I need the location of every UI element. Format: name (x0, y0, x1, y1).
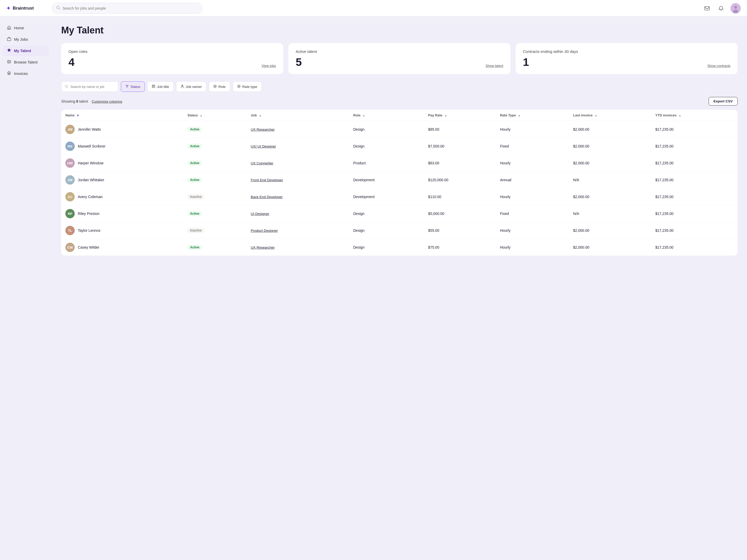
talent-search-bar[interactable] (61, 81, 118, 92)
cell-last-invoice-jordan-whitaker: N/A (569, 171, 651, 188)
cell-name-casey-wilder[interactable]: CW Casey Wilder (61, 239, 183, 256)
talent-name-jennifer-watts: Jennifer Watts (78, 127, 101, 131)
filter-rate-type-button[interactable]: Rate type (233, 81, 262, 92)
showing-count: 8 (76, 99, 78, 103)
filter-job-title-button[interactable]: Job title (147, 81, 174, 92)
filter-status-button[interactable]: Status (121, 81, 145, 92)
filter-status-label: Status (130, 85, 140, 89)
cell-job-maxwell-scribner[interactable]: UX/ UI Designer (247, 138, 349, 155)
table-row: RP Riley Preston Active UI Designer Desi… (61, 205, 738, 222)
cell-name-riley-preston[interactable]: RP Riley Preston (61, 205, 183, 222)
invoice-icon (7, 71, 11, 76)
show-contracts-link[interactable]: Show contracts (707, 64, 730, 68)
status-badge-avery-coleman: Inactive (187, 194, 204, 199)
cell-job-riley-preston[interactable]: UI Designer (247, 205, 349, 222)
cell-ytd-invoices-maxwell-scribner: $17,235.00 (651, 138, 738, 155)
stat-card-contracts-ending: Contracts ending within 30 days 1 Show c… (516, 43, 738, 74)
cell-last-invoice-avery-coleman: $2,000.00 (569, 188, 651, 205)
table-header-row: Showing 8 talent Customize columns Expor… (61, 97, 738, 106)
global-search-input[interactable] (62, 6, 198, 10)
col-last-invoice[interactable]: Last invoice ▲ (569, 110, 651, 121)
col-pay-rate[interactable]: Pay Rate ▲ (424, 110, 496, 121)
cell-name-avery-coleman[interactable]: AC Avery Coleman (61, 188, 183, 205)
cell-name-taylor-lennox[interactable]: TL Taylor Lennox (61, 222, 183, 239)
sort-ytd-icon: ▲ (678, 114, 681, 117)
job-link-casey-wilder[interactable]: UX Researcher (251, 245, 275, 249)
filter-role-label: Role (218, 85, 226, 89)
cell-ytd-invoices-jennifer-watts: $17,235.00 (651, 121, 738, 138)
col-status[interactable]: Status ▲ (183, 110, 247, 121)
stat-contracts-value: 1 (523, 57, 529, 68)
top-navigation: ✦ Braintrust (0, 0, 747, 17)
user-avatar[interactable] (730, 3, 741, 14)
talent-avatar-riley-preston: RP (66, 209, 75, 218)
home-icon (7, 25, 11, 31)
customize-columns-link[interactable]: Customize columns (92, 100, 122, 103)
cell-last-invoice-jennifer-watts: $2,000.00 (569, 121, 651, 138)
col-rate-type[interactable]: Rate Type ▲ (496, 110, 569, 121)
talent-avatar-taylor-lennox: TL (66, 226, 75, 235)
job-link-jennifer-watts[interactable]: UX Researcher (251, 128, 275, 131)
job-link-jordan-whitaker[interactable]: Front End Developer (251, 178, 283, 182)
cell-name-maxwell-scribner[interactable]: MS Maxwell Scribner (61, 138, 183, 155)
sidebar-item-browse-talent[interactable]: Browse Talent (3, 57, 49, 68)
cell-name-harper-winslow[interactable]: HW Harper Winslow (61, 155, 183, 171)
export-csv-button[interactable]: Export CSV (709, 97, 738, 106)
svg-rect-5 (7, 38, 11, 41)
job-link-riley-preston[interactable]: UI Designer (251, 212, 269, 216)
talent-search-input[interactable] (70, 85, 114, 89)
svg-point-3 (734, 6, 737, 9)
cell-role-harper-winslow: Product (349, 155, 424, 171)
table-row: MS Maxwell Scribner Active UX/ UI Design… (61, 138, 738, 155)
talent-avatar-harper-winslow: HW (66, 158, 75, 168)
browse-icon (7, 60, 11, 65)
status-badge-jennifer-watts: Active (187, 127, 202, 132)
sort-last-invoice-icon: ▲ (594, 114, 597, 117)
cell-job-taylor-lennox[interactable]: Product Designer (247, 222, 349, 239)
filter-role-button[interactable]: Role (209, 81, 230, 92)
briefcase-icon (7, 37, 11, 42)
job-link-taylor-lennox[interactable]: Product Designer (251, 229, 278, 233)
table-row: JW Jordan Whitaker Active Front End Deve… (61, 171, 738, 188)
col-name[interactable]: Name ▼ (61, 110, 183, 121)
col-role[interactable]: Role ▲ (349, 110, 424, 121)
sidebar-item-invoices[interactable]: Invoices (3, 69, 49, 79)
cell-role-avery-coleman: Development (349, 188, 424, 205)
logo[interactable]: ✦ Braintrust (6, 5, 48, 11)
showing-label: Showing (61, 99, 75, 103)
cell-job-casey-wilder[interactable]: UX Researcher (247, 239, 349, 256)
col-ytd-invoices[interactable]: YTD invoices ▲ (651, 110, 738, 121)
filters-row: Status Job title Job owner Role (61, 81, 738, 92)
talent-avatar-jennifer-watts: JW (66, 125, 75, 134)
view-jobs-link[interactable]: View jobs (262, 64, 276, 68)
job-link-avery-coleman[interactable]: Back End Developer (251, 195, 283, 199)
sidebar-item-my-jobs[interactable]: My Jobs (3, 34, 49, 45)
show-talent-link[interactable]: Show talent (486, 64, 503, 68)
global-search-bar[interactable] (52, 3, 202, 14)
notification-button[interactable] (716, 4, 726, 13)
cell-job-avery-coleman[interactable]: Back End Developer (247, 188, 349, 205)
cell-name-jordan-whitaker[interactable]: JW Jordan Whitaker (61, 171, 183, 188)
cell-job-jordan-whitaker[interactable]: Front End Developer (247, 171, 349, 188)
col-job[interactable]: Job ▲ (247, 110, 349, 121)
sidebar-item-browse-talent-label: Browse Talent (14, 60, 37, 64)
table-row: HW Harper Winslow Active UX Copywriter P… (61, 155, 738, 171)
job-link-harper-winslow[interactable]: UX Copywriter (251, 161, 274, 165)
job-link-maxwell-scribner[interactable]: UX/ UI Designer (251, 144, 276, 148)
cell-rate-type-casey-wilder: Hourly (496, 239, 569, 256)
cell-role-riley-preston: Design (349, 205, 424, 222)
mail-button[interactable] (702, 4, 712, 13)
cell-job-harper-winslow[interactable]: UX Copywriter (247, 155, 349, 171)
cell-ytd-invoices-jordan-whitaker: $17,235.00 (651, 171, 738, 188)
star-icon (7, 48, 11, 53)
cell-name-jennifer-watts[interactable]: JW Jennifer Watts (61, 121, 183, 138)
table-row: TL Taylor Lennox Inactive Product Design… (61, 222, 738, 239)
cell-ytd-invoices-avery-coleman: $17,235.00 (651, 188, 738, 205)
sidebar-item-home[interactable]: Home (3, 23, 49, 33)
cell-job-jennifer-watts[interactable]: UX Researcher (247, 121, 349, 138)
filter-role-icon (213, 84, 217, 89)
filter-job-owner-button[interactable]: Job owner (176, 81, 206, 92)
page-title: My Talent (61, 25, 738, 36)
sidebar-item-my-talent[interactable]: My Talent (3, 46, 49, 56)
sidebar-item-invoices-label: Invoices (14, 72, 28, 76)
